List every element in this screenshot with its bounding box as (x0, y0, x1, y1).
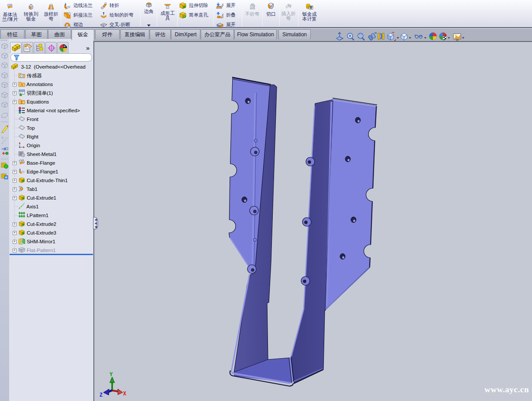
svg-text:X: X (123, 391, 127, 397)
svg-text:Y: Y (110, 372, 113, 378)
svg-text:Z: Z (100, 392, 103, 398)
